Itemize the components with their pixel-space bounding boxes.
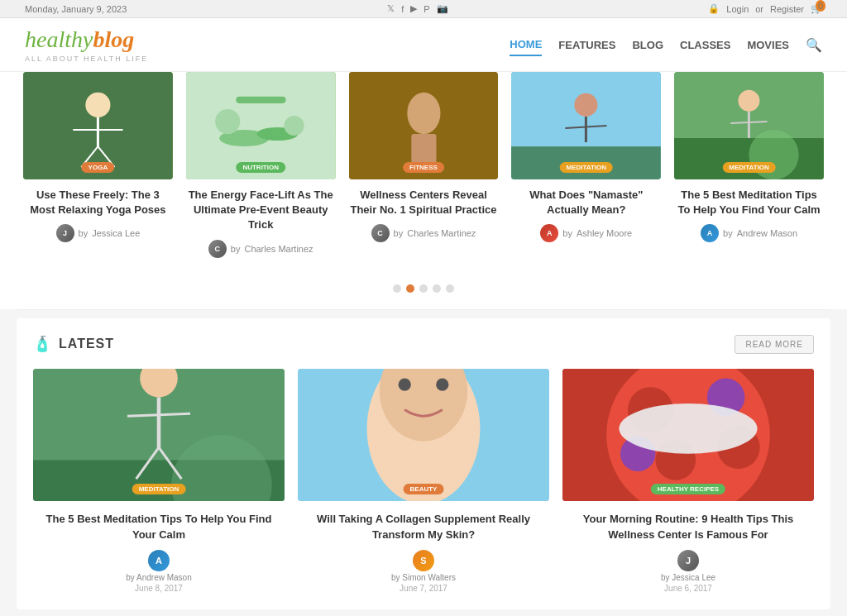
dot-3[interactable] — [419, 284, 428, 293]
top-bar: Monday, January 9, 2023 𝕏 f ▶ P 📷 🔒 Logi… — [0, 0, 847, 18]
latest-card-title-2: Will Taking A Collagen Supplement Really… — [298, 511, 549, 543]
latest-card-image-2: BEAUTY — [298, 369, 549, 501]
latest-card-3[interactable]: HEALTHY RECIPES Your Morning Routine: 9 … — [562, 369, 814, 593]
svg-point-13 — [407, 93, 440, 134]
author-label-2: by — [231, 244, 241, 254]
carousel-card-1[interactable]: YOGA Use These Freely: The 3 Most Relaxi… — [17, 72, 179, 258]
latest-badge-3: HEALTHY RECIPES — [651, 484, 725, 494]
latest-avatar-3: J — [677, 550, 699, 571]
latest-author-row-2: S by Simon Walters June 7, 2017 — [298, 550, 549, 593]
login-link[interactable]: Login — [726, 4, 749, 14]
card-title-2: The Energy Face-Lift As The Ultimate Pre… — [186, 188, 336, 233]
twitter-icon[interactable]: 𝕏 — [387, 3, 395, 14]
card-image-nutrition: NUTRITION — [186, 72, 336, 179]
latest-author-name-1: by Andrew Mason — [126, 573, 192, 582]
cart-badge: 0 — [816, 0, 825, 12]
logo-sub: ALL ABOUT HEALTH LIFE — [25, 55, 148, 63]
author-name-5: Andrew Mason — [737, 228, 797, 238]
author-label-3: by — [394, 228, 404, 238]
nav-features[interactable]: FEATURES — [558, 35, 615, 55]
latest-avatar-1: A — [148, 550, 170, 571]
author-name-4: Ashley Moore — [577, 228, 632, 238]
author-row-5: A by Andrew Mason — [674, 224, 824, 242]
author-label-4: by — [562, 228, 572, 238]
search-icon[interactable]: 🔍 — [806, 37, 822, 53]
latest-author-row-1: A by Andrew Mason June 8, 2017 — [33, 550, 285, 593]
latest-cards: MEDITATION The 5 Best Meditation Tips To… — [33, 369, 814, 593]
latest-author-name-2: by Simon Walters — [391, 573, 456, 582]
badge-nutrition: NUTRITION — [236, 162, 285, 173]
latest-header: 🧴 LATEST READ MORE — [33, 335, 814, 354]
cart-icon-wrap[interactable]: 🛒0 — [811, 3, 822, 14]
carousel-dots — [0, 275, 847, 309]
dot-5[interactable] — [446, 284, 454, 293]
latest-date-3: June 6, 2017 — [664, 584, 712, 593]
svg-point-10 — [284, 116, 304, 136]
latest-title: 🧴 LATEST — [33, 335, 114, 353]
logo-healthy: healthy — [25, 26, 93, 52]
instagram-icon[interactable]: 📷 — [437, 3, 448, 14]
badge-meditation2: MEDITATION — [722, 162, 776, 173]
card-title-5: The 5 Best Meditation Tips To Help You F… — [674, 188, 824, 217]
latest-author-name-3: by Jessica Lee — [661, 573, 715, 582]
carousel-section: YOGA Use These Freely: The 3 Most Relaxi… — [0, 72, 847, 275]
latest-card-title-3: Your Morning Routine: 9 Health Tips This… — [562, 511, 814, 543]
avatar-3: C — [371, 224, 390, 242]
avatar-5: A — [701, 224, 719, 242]
nav-blog[interactable]: BLOG — [632, 35, 663, 55]
latest-card-image-1: MEDITATION — [33, 369, 285, 501]
latest-card-1[interactable]: MEDITATION The 5 Best Meditation Tips To… — [33, 369, 285, 593]
carousel-card-2[interactable]: NUTRITION The Energy Face-Lift As The Ul… — [179, 72, 342, 258]
dot-2[interactable] — [406, 284, 414, 293]
card-title-4: What Does "Namaste" Actually Mean? — [511, 188, 661, 217]
section-divider — [17, 309, 830, 310]
svg-point-23 — [739, 90, 760, 112]
card-title-3: Wellness Centers Reveal Their No. 1 Spir… — [349, 188, 499, 217]
latest-card-2[interactable]: BEAUTY Will Taking A Collagen Supplement… — [298, 369, 549, 593]
carousel-card-3[interactable]: FITNESS Wellness Centers Reveal Their No… — [342, 72, 505, 258]
youtube-icon[interactable]: ▶ — [410, 3, 417, 14]
author-label-1: by — [79, 228, 89, 238]
card-title-1: Use These Freely: The 3 Most Relaxing Yo… — [23, 188, 173, 217]
avatar-4: A — [540, 224, 558, 242]
card-image-meditation2: MEDITATION — [674, 72, 824, 179]
nav-classes[interactable]: CLASSES — [680, 35, 730, 55]
author-name-3: Charles Martinez — [407, 228, 476, 238]
dot-1[interactable] — [393, 284, 401, 293]
latest-card-image-3: HEALTHY RECIPES — [562, 369, 814, 501]
latest-card-title-1: The 5 Best Meditation Tips To Help You F… — [33, 511, 285, 543]
svg-point-38 — [436, 378, 448, 390]
svg-rect-21 — [674, 138, 824, 179]
dot-4[interactable] — [433, 284, 441, 293]
nav-movies[interactable]: MOVIES — [747, 35, 789, 55]
site-header: healthyblog ALL ABOUT HEALTH LIFE HOME F… — [0, 18, 847, 72]
svg-point-9 — [215, 109, 240, 134]
svg-rect-11 — [236, 97, 285, 103]
svg-point-1 — [85, 93, 110, 117]
nav-home[interactable]: HOME — [510, 34, 542, 56]
latest-badge-2: BEAUTY — [404, 484, 444, 494]
author-row-3: C by Charles Martinez — [349, 224, 499, 242]
author-row-1: J by Jessica Lee — [23, 224, 173, 242]
pinterest-icon[interactable]: P — [424, 4, 429, 14]
badge-yoga: YOGA — [82, 162, 115, 173]
social-links: 𝕏 f ▶ P 📷 — [387, 3, 447, 14]
latest-section: 🧴 LATEST READ MORE MEDITATION Th — [17, 318, 830, 609]
bottle-icon: 🧴 — [33, 335, 52, 353]
latest-date-2: June 7, 2017 — [400, 584, 447, 593]
author-name-2: Charles Martinez — [244, 244, 313, 254]
site-logo[interactable]: healthyblog ALL ABOUT HEALTH LIFE — [25, 26, 148, 63]
avatar-1: J — [56, 224, 74, 242]
badge-meditation1: MEDITATION — [559, 162, 613, 173]
read-more-button[interactable]: READ MORE — [735, 335, 814, 354]
facebook-icon[interactable]: f — [401, 4, 404, 14]
register-link[interactable]: Register — [770, 4, 804, 14]
carousel-card-4[interactable]: MEDITATION What Does "Namaste" Actually … — [505, 72, 668, 258]
or-label: or — [755, 4, 763, 14]
lock-icon: 🔒 — [708, 3, 720, 14]
carousel-cards: YOGA Use These Freely: The 3 Most Relaxi… — [17, 72, 830, 258]
carousel-card-5[interactable]: MEDITATION The 5 Best Meditation Tips To… — [668, 72, 830, 258]
card-image-yoga: YOGA — [23, 72, 173, 179]
logo-text: healthyblog — [25, 26, 148, 53]
latest-date-1: June 8, 2017 — [135, 584, 183, 593]
